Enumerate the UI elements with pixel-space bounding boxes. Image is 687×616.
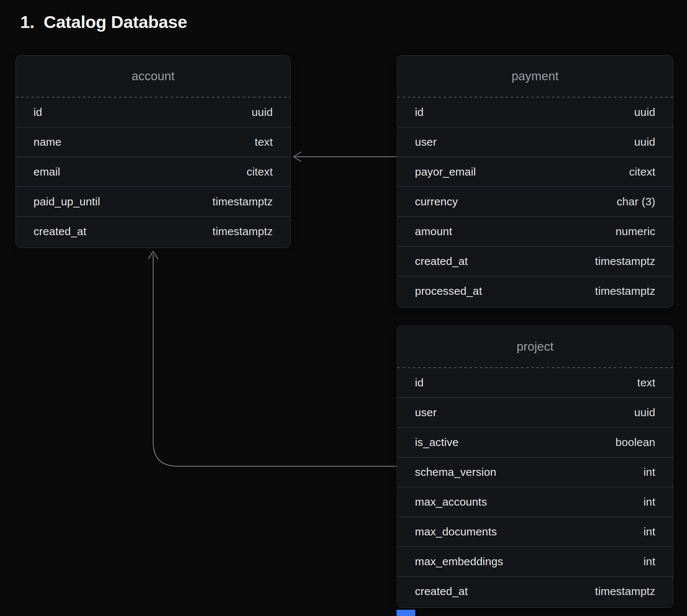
row-project-id: id text (397, 368, 673, 397)
field-type: citext (629, 166, 655, 178)
field-type: int (644, 555, 655, 568)
relationship-line-project-account (153, 254, 397, 466)
page-title: 1.Catalog Database (20, 12, 187, 32)
field-name: is_active (415, 436, 459, 449)
row-payment-created-at: created_at timestamptz (397, 246, 673, 276)
field-type: citext (247, 166, 273, 178)
row-account-created-at: created_at timestamptz (16, 216, 290, 246)
field-name: user (415, 136, 437, 148)
field-type: int (644, 466, 655, 478)
row-account-name: name text (16, 127, 290, 157)
field-type: boolean (616, 436, 655, 449)
field-name: max_documents (415, 525, 497, 538)
row-account-paid-up-until: paid_up_until timestamptz (16, 187, 290, 216)
field-name: created_at (34, 225, 87, 238)
field-name: max_embeddings (415, 555, 503, 568)
field-name: created_at (415, 255, 468, 268)
table-payment-body: id uuid user uuid payor_email citext cur… (397, 98, 673, 307)
field-type: timestamptz (595, 285, 655, 297)
row-payment-currency: currency char (3) (397, 187, 673, 216)
table-payment-header: payment (397, 56, 673, 97)
row-project-max-accounts: max_accounts int (397, 487, 673, 517)
table-project-body: id text user uuid is_active boolean sche… (397, 368, 673, 608)
field-type: timestamptz (595, 585, 655, 598)
page-title-number: 1. (20, 12, 35, 32)
row-account-id: id uuid (16, 98, 290, 127)
field-type: int (644, 525, 655, 538)
arrowhead-project-account (148, 251, 158, 259)
field-name: name (34, 136, 61, 148)
field-type: uuid (634, 406, 655, 419)
field-name: id (34, 106, 42, 118)
table-payment-title: payment (512, 69, 559, 83)
row-payment-amount: amount numeric (397, 216, 673, 246)
table-payment[interactable]: payment id uuid user uuid payor_email ci… (397, 55, 673, 308)
row-payment-id: id uuid (397, 98, 673, 127)
field-name: id (415, 376, 424, 389)
field-name: email (34, 166, 60, 178)
field-name: schema_version (415, 466, 496, 478)
table-project[interactable]: project id text user uuid is_active bool… (397, 326, 673, 608)
field-name: payor_email (415, 166, 476, 178)
field-name: paid_up_until (34, 195, 100, 208)
field-name: id (415, 106, 424, 118)
row-project-max-documents: max_documents int (397, 517, 673, 546)
row-project-max-embeddings: max_embeddings int (397, 546, 673, 576)
row-project-created-at: created_at timestamptz (397, 576, 673, 606)
field-name: amount (415, 225, 452, 238)
field-type: text (255, 136, 273, 148)
row-project-schema-version: schema_version int (397, 457, 673, 487)
row-payment-user: user uuid (397, 127, 673, 157)
field-type: timestamptz (212, 225, 273, 238)
arrowhead-payment-account (293, 152, 301, 162)
row-project-is-active: is_active boolean (397, 427, 673, 457)
field-name: user (415, 406, 437, 419)
field-name: currency (415, 195, 458, 208)
row-project-user: user uuid (397, 397, 673, 427)
table-account-header: account (16, 56, 290, 97)
row-account-email: email citext (16, 157, 290, 187)
row-payment-processed-at: processed_at timestamptz (397, 276, 673, 306)
field-type: timestamptz (595, 255, 655, 268)
row-payment-payor-email: payor_email citext (397, 157, 673, 187)
table-project-header: project (397, 326, 673, 367)
field-type: int (644, 496, 655, 508)
field-type: timestamptz (212, 195, 273, 208)
field-name: processed_at (415, 285, 482, 297)
field-type: char (3) (617, 195, 655, 208)
table-account-title: account (132, 69, 175, 83)
field-type: text (637, 376, 655, 389)
field-type: uuid (634, 136, 655, 148)
field-type: numeric (616, 225, 655, 238)
field-name: max_accounts (415, 496, 487, 508)
page-title-text: Catalog Database (44, 12, 187, 32)
field-type: uuid (251, 106, 273, 118)
blue-cursor-marker (397, 610, 415, 616)
field-type: uuid (634, 106, 655, 118)
field-name: created_at (415, 585, 468, 598)
table-project-title: project (517, 340, 553, 354)
table-account-body: id uuid name text email citext paid_up_u… (16, 98, 290, 248)
table-account[interactable]: account id uuid name text email citext p… (15, 55, 291, 248)
